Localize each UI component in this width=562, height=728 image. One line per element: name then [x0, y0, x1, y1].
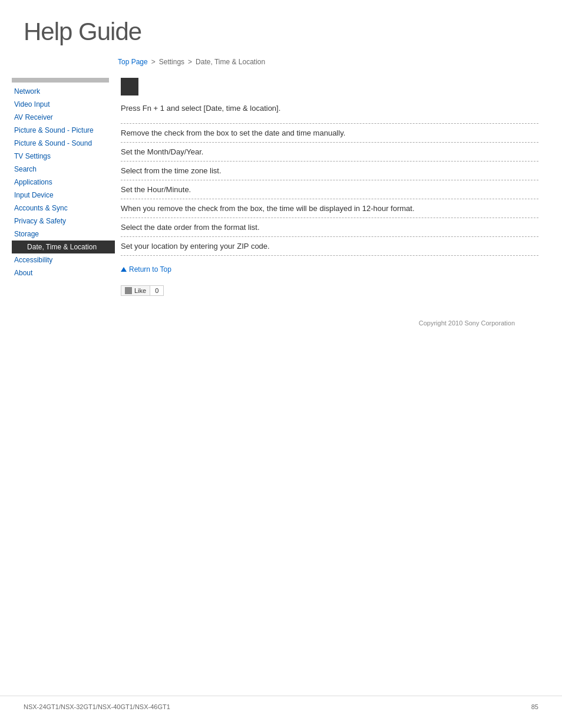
table-row: Set the Month/Day/Year.	[121, 143, 538, 162]
settings-table: Remove the check from the box to set the…	[121, 123, 538, 256]
intro-text: Press Fn + 1 and select [Date, time & lo…	[121, 104, 538, 113]
sidebar-item-label: Network	[14, 87, 40, 95]
page-footer: NSX-24GT1/NSX-32GT1/NSX-40GT1/NSX-46GT1 …	[0, 696, 562, 710]
page-title: Help Guide	[0, 0, 562, 58]
sidebar-item-privacy---safety[interactable]: Privacy & Safety	[12, 215, 115, 228]
sidebar-item-label: AV Receiver	[14, 113, 53, 121]
breadcrumb-settings: Settings	[159, 58, 184, 66]
sidebar-item-label: Applications	[14, 178, 52, 186]
sidebar-item-label: Search	[14, 165, 37, 173]
sidebar-item-av-receiver[interactable]: AV Receiver	[12, 111, 115, 124]
footer-page: 85	[531, 703, 538, 710]
setting-description: Remove the check from the box to set the…	[121, 124, 538, 143]
breadcrumb-sep2: >	[188, 58, 192, 66]
sidebar-item-label: Privacy & Safety	[14, 217, 66, 225]
breadcrumb-sep1: >	[151, 58, 156, 66]
table-row: Set your location by entering your ZIP c…	[121, 237, 538, 256]
setting-description: Set the Hour/Minute.	[121, 180, 538, 199]
breadcrumb: Top Page > Settings > Date, Time & Locat…	[0, 58, 562, 78]
like-button[interactable]: Like	[121, 285, 150, 296]
sidebar-item-accounts---sync[interactable]: Accounts & Sync	[12, 202, 115, 215]
setting-description: When you remove the check from the box, …	[121, 199, 538, 218]
sidebar: NetworkVideo InputAV ReceiverPicture & S…	[0, 78, 115, 327]
sidebar-item-tv-settings[interactable]: TV Settings	[12, 150, 115, 163]
sidebar-item-label: About	[14, 269, 32, 277]
sidebar-item-storage[interactable]: Storage	[12, 228, 115, 241]
sidebar-item-about[interactable]: About	[12, 266, 115, 279]
triangle-up-icon	[121, 267, 127, 272]
sidebar-item-picture---sound---picture[interactable]: Picture & Sound - Picture	[12, 124, 115, 137]
setting-description: Select from the time zone list.	[121, 162, 538, 180]
sidebar-item-date--time---location[interactable]: Date, Time & Location	[12, 241, 115, 253]
table-row: When you remove the check from the box, …	[121, 199, 538, 218]
sidebar-item-label: Accounts & Sync	[14, 204, 68, 212]
setting-description: Select the date order from the format li…	[121, 218, 538, 237]
like-label: Like	[134, 287, 146, 294]
table-row: Select from the time zone list.	[121, 162, 538, 180]
sidebar-item-input-device[interactable]: Input Device	[12, 189, 115, 202]
copyright: Copyright 2010 Sony Corporation	[121, 319, 538, 327]
sidebar-item-label: Input Device	[14, 191, 54, 199]
table-row: Remove the check from the box to set the…	[121, 124, 538, 143]
table-row: Select the date order from the format li…	[121, 218, 538, 237]
black-square-icon	[121, 78, 138, 95]
sidebar-item-label: Video Input	[14, 100, 50, 108]
footer-model: NSX-24GT1/NSX-32GT1/NSX-40GT1/NSX-46GT1	[24, 703, 170, 710]
sidebar-item-label: Picture & Sound - Picture	[14, 126, 94, 134]
sidebar-section-header	[12, 78, 109, 83]
sidebar-item-network[interactable]: Network	[12, 85, 115, 98]
sidebar-item-label: Storage	[14, 230, 39, 238]
like-count: 0	[150, 285, 164, 296]
active-bar-icon	[20, 242, 25, 252]
return-to-top-link[interactable]: Return to Top	[121, 265, 538, 274]
setting-description: Set your location by entering your ZIP c…	[121, 237, 538, 256]
sidebar-item-label: TV Settings	[14, 152, 51, 160]
return-to-top-label: Return to Top	[129, 265, 171, 274]
sidebar-item-label: Accessibility	[14, 256, 52, 264]
like-section: Like 0	[121, 285, 538, 296]
sidebar-item-label: Date, Time & Location	[27, 242, 97, 252]
table-row: Set the Hour/Minute.	[121, 180, 538, 199]
sidebar-item-label: Picture & Sound - Sound	[14, 139, 92, 147]
sidebar-item-video-input[interactable]: Video Input	[12, 98, 115, 111]
sidebar-item-applications[interactable]: Applications	[12, 176, 115, 189]
sidebar-item-picture---sound---sound[interactable]: Picture & Sound - Sound	[12, 137, 115, 150]
setting-description: Set the Month/Day/Year.	[121, 143, 538, 162]
breadcrumb-current: Date, Time & Location	[196, 58, 265, 66]
thumb-icon	[125, 287, 132, 294]
sidebar-item-accessibility[interactable]: Accessibility	[12, 253, 115, 266]
breadcrumb-top-page[interactable]: Top Page	[118, 58, 148, 66]
content-area: Press Fn + 1 and select [Date, time & lo…	[115, 78, 562, 327]
sidebar-item-search[interactable]: Search	[12, 163, 115, 176]
